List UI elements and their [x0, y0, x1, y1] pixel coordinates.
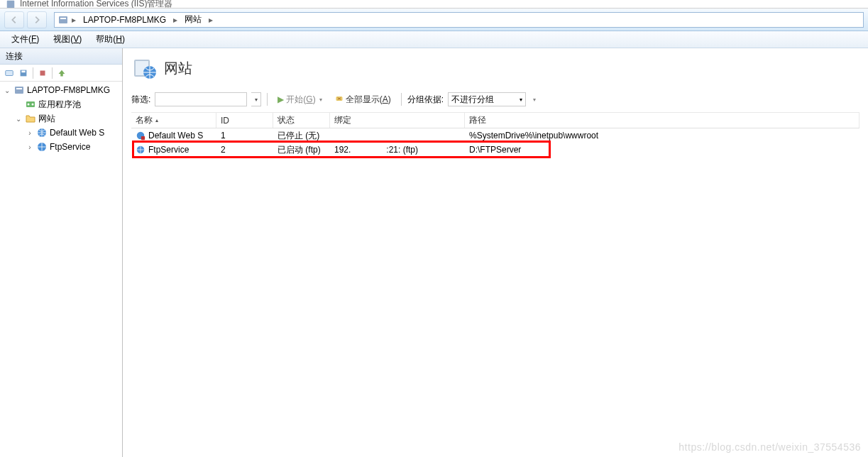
globe-icon: [36, 141, 48, 153]
cell-name: Default Web S: [131, 130, 216, 141]
breadcrumb-segment[interactable]: LAPTOP-FM8PLMKG: [79, 13, 170, 27]
groupby-combo[interactable]: 不进行分组 ▾: [448, 92, 526, 106]
sort-asc-icon: ▴: [155, 117, 158, 123]
tree-label: LAPTOP-FM8PLMKG: [27, 85, 110, 95]
svg-rect-5: [21, 70, 25, 72]
main-area: 连接 ⌄ LAPTOP-FM8PLMKG: [0, 48, 868, 457]
chevron-right-icon: ▸: [70, 15, 77, 25]
window-titlebar: Internet Information Services (IIS)管理器: [0, 0, 868, 9]
clear-icon: [335, 94, 344, 105]
show-all-button[interactable]: 全部显示(A): [331, 92, 395, 107]
nav-bar: ▸ LAPTOP-FM8PLMKG ▸ 网站 ▸: [0, 9, 868, 31]
expander-icon[interactable]: ›: [26, 143, 34, 151]
tree-label: 网站: [38, 113, 55, 125]
svg-rect-19: [141, 136, 145, 140]
stop-icon[interactable]: [36, 67, 49, 79]
separator: [267, 93, 268, 106]
start-filter-button[interactable]: ▶ 开始(G) ▾: [273, 92, 326, 107]
globe-icon: [136, 145, 145, 155]
app-pools-icon: [25, 99, 36, 110]
content-panel: 网站 筛选: ▾ ▶ 开始(G) ▾ 全部显示(A) 分组依据: 不进行分组: [123, 48, 868, 457]
filter-input[interactable]: [155, 92, 247, 106]
connections-header: 连接: [0, 48, 122, 65]
svg-rect-3: [6, 70, 13, 75]
column-name[interactable]: 名称 ▴: [131, 113, 216, 128]
breadcrumb-segment[interactable]: 网站: [180, 13, 206, 27]
app-icon: [6, 0, 16, 9]
expander-icon[interactable]: ⌄: [3, 87, 11, 94]
window-title: Internet Information Services (IIS)管理器: [20, 0, 172, 9]
svg-rect-0: [7, 0, 15, 8]
grid-header: 名称 ▴ ID 状态 绑定 路径: [131, 113, 859, 128]
groupby-value: 不进行分组: [451, 94, 494, 106]
connections-tree: ⌄ LAPTOP-FM8PLMKG 应用程序池 ⌄ 网站: [0, 82, 122, 155]
column-path[interactable]: 路径: [465, 113, 859, 128]
cell-name: FtpService: [131, 144, 216, 155]
cell-binding: 192.:21: (ftp): [330, 144, 465, 155]
tree-node-sites[interactable]: ⌄ 网站: [0, 111, 122, 126]
table-row[interactable]: FtpService 2 已启动 (ftp) 192.:21: (ftp) D:…: [131, 143, 859, 157]
content-header: 网站: [131, 55, 859, 81]
connections-toolbar: [0, 65, 122, 82]
separator: [52, 67, 53, 79]
separator: [33, 67, 33, 79]
groupby-label: 分组依据:: [407, 94, 444, 106]
sites-grid: 名称 ▴ ID 状态 绑定 路径 Default Web S 1 已停止 (无): [131, 112, 859, 157]
cell-path: D:\FTPServer: [465, 144, 859, 155]
connect-icon[interactable]: [3, 67, 16, 79]
tree-label: Default Web S: [50, 128, 104, 138]
svg-rect-8: [16, 88, 22, 89]
chevron-down-icon: ▾: [520, 97, 522, 103]
filter-dropdown[interactable]: ▾: [251, 92, 261, 106]
globe-stop-icon: [136, 131, 145, 141]
svg-point-11: [32, 104, 34, 106]
chevron-down-icon: ▾: [533, 97, 536, 103]
chevron-right-icon: ▸: [207, 15, 214, 25]
menu-view[interactable]: 视图(V): [48, 32, 87, 47]
page-title: 网站: [164, 59, 192, 78]
menu-bar: 文件(F) 视图(V) 帮助(H): [0, 31, 868, 48]
chevron-right-icon: ▸: [172, 15, 179, 25]
up-level-icon[interactable]: [55, 67, 68, 79]
cell-binding: [330, 135, 465, 136]
play-icon: ▶: [278, 94, 284, 104]
svg-point-10: [28, 104, 30, 106]
svg-rect-1: [59, 16, 67, 23]
column-status[interactable]: 状态: [273, 113, 330, 128]
tree-label: 应用程序池: [38, 99, 81, 111]
tree-node-server[interactable]: ⌄ LAPTOP-FM8PLMKG: [0, 83, 122, 97]
chevron-down-icon: ▾: [319, 97, 322, 103]
forward-button[interactable]: [27, 11, 47, 28]
breadcrumb[interactable]: ▸ LAPTOP-FM8PLMKG ▸ 网站 ▸: [54, 12, 864, 28]
cell-status: 已启动 (ftp): [273, 143, 330, 157]
separator: [401, 93, 402, 106]
back-button[interactable]: [4, 11, 24, 28]
tree-node-ftp-service[interactable]: › FtpService: [0, 140, 122, 154]
save-icon[interactable]: [17, 67, 30, 79]
svg-rect-7: [15, 87, 23, 94]
tree-label: FtpService: [50, 142, 90, 152]
filter-label: 筛选:: [131, 94, 150, 106]
sites-large-icon: [131, 55, 157, 81]
server-icon: [13, 84, 25, 96]
folder-icon: [25, 113, 36, 124]
column-id[interactable]: ID: [216, 113, 273, 128]
menu-file[interactable]: 文件(F): [6, 32, 45, 47]
cell-id: 2: [216, 144, 273, 155]
globe-icon: [36, 127, 48, 138]
menu-help[interactable]: 帮助(H): [90, 32, 131, 47]
cell-path: %SystemDrive%\inetpub\wwwroot: [465, 130, 859, 141]
table-row[interactable]: Default Web S 1 已停止 (无) %SystemDrive%\in…: [131, 128, 859, 143]
connections-panel: 连接 ⌄ LAPTOP-FM8PLMKG: [0, 48, 123, 457]
cell-id: 1: [216, 130, 273, 141]
svg-rect-6: [40, 70, 45, 75]
filter-toolbar: 筛选: ▾ ▶ 开始(G) ▾ 全部显示(A) 分组依据: 不进行分组 ▾ ▾: [131, 91, 859, 108]
cell-status: 已停止 (无): [273, 129, 330, 143]
expander-icon[interactable]: ›: [26, 129, 34, 137]
server-icon: [57, 14, 69, 26]
column-binding[interactable]: 绑定: [330, 113, 465, 128]
tree-node-app-pools[interactable]: 应用程序池: [0, 97, 122, 111]
tree-node-default-site[interactable]: › Default Web S: [0, 126, 122, 140]
svg-rect-2: [60, 18, 66, 19]
expander-icon[interactable]: ⌄: [14, 115, 23, 123]
